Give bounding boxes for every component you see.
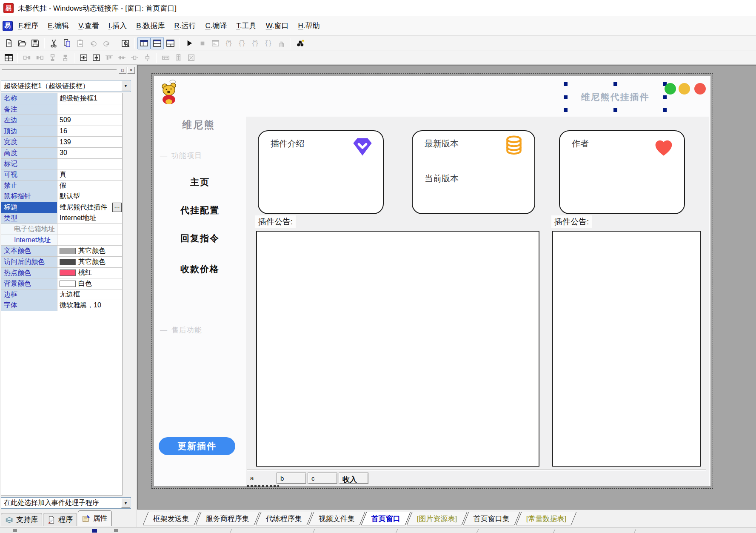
property-row-11[interactable]: 类型Internet地址 [1,213,122,224]
status-dot-2[interactable] [694,83,706,95]
attach-left-icon[interactable] [20,52,33,63]
find-book-icon[interactable] [119,37,132,49]
open-folder-icon[interactable] [15,37,29,49]
undo-icon[interactable] [100,37,113,49]
section-label-aftersale[interactable]: —售后功能 [160,325,202,335]
property-value[interactable]: 真 [57,169,122,180]
property-row-1[interactable]: 备注 [1,104,122,115]
property-value[interactable]: 无边框 [57,289,122,300]
status-dot-1[interactable] [679,83,690,95]
document-tab-4[interactable]: 首页窗口 [361,512,411,525]
stop-icon[interactable] [196,37,209,49]
pause-hand-icon[interactable] [275,37,288,49]
property-value[interactable]: 桃红 [57,268,122,278]
panel-grip[interactable] [2,69,117,71]
attach-right-icon[interactable] [33,52,46,63]
property-value[interactable] [57,159,122,169]
same-width-icon[interactable] [159,52,172,63]
document-tab-1[interactable]: 服务商程序集 [196,512,260,525]
menu-item-e[interactable]: E.编辑 [43,19,74,33]
property-row-17[interactable]: 背景颜色白色 [1,278,122,289]
save-icon[interactable] [29,37,42,49]
menu-item-r[interactable]: R.运行 [169,19,200,33]
panel-float-button[interactable]: □ [119,67,126,74]
object-selector-dropdown[interactable]: 超级链接框1（超级链接框） ▼ [1,80,131,92]
announcement-box-right[interactable] [552,231,701,467]
announcement-label-right[interactable]: 插件公告: [551,215,592,228]
property-value[interactable]: 509 [57,115,122,126]
property-row-9[interactable]: 鼠标指针默认型 [1,191,122,202]
menu-item-t[interactable]: T.工具 [231,19,261,33]
new-file-icon[interactable] [2,37,15,49]
chevron-down-icon[interactable]: ▼ [121,81,130,91]
step-over-icon[interactable]: { } [235,37,248,49]
property-row-0[interactable]: 名称超级链接框1 [1,93,122,104]
windows-grid-icon[interactable] [2,52,15,63]
property-value[interactable]: 白色 [57,278,122,289]
property-row-16[interactable]: 热点颜色桃红 [1,268,122,279]
card-0[interactable]: 插件介绍 [258,130,384,214]
property-row-18[interactable]: 边框无边框 [1,289,122,301]
debug-window-icon[interactable] [209,37,222,49]
property-row-5[interactable]: 高度30 [1,148,122,159]
property-value[interactable] [57,224,122,235]
property-row-19[interactable]: 字体微软雅黑，10 [1,300,122,311]
card-1[interactable]: 最新版本当前版本 [412,130,535,214]
form-nav-item-2[interactable]: 回复指令 [163,232,237,244]
space-down-icon[interactable] [141,52,154,63]
property-row-4[interactable]: 宽度139 [1,137,122,148]
panel-tab-inactive[interactable]: 支持库 [1,513,42,526]
align-middles-icon[interactable] [115,52,128,63]
property-value[interactable]: 其它颜色 [57,246,122,256]
selection-handle[interactable] [613,82,617,86]
property-value[interactable]: 微软雅黑，10 [57,300,122,311]
center-vertical-icon[interactable] [90,52,103,63]
property-value[interactable]: 16 [57,126,122,137]
panel-close-button[interactable]: × [127,67,135,74]
menu-item-w[interactable]: W.窗口 [261,19,294,33]
property-value[interactable] [57,235,122,246]
property-value[interactable] [57,104,122,115]
attach-top-icon[interactable] [46,52,59,63]
property-row-6[interactable]: 标记 [1,159,122,170]
form-nav-item-0[interactable]: 主页 [163,176,237,188]
menu-item-c[interactable]: C.编译 [200,19,231,33]
layout-columns-icon[interactable] [137,37,151,49]
status-dot-0[interactable] [665,83,676,95]
property-value[interactable]: 默认型 [57,191,122,202]
selected-hyperlink-control[interactable]: 维尼熊代挂插件 [566,84,665,110]
menu-item-b[interactable]: B.数据库 [131,19,169,33]
document-tab-2[interactable]: 代练程序集 [256,512,313,525]
selection-handle[interactable] [613,108,617,112]
selection-handle[interactable] [663,108,667,112]
attach-bottom-icon[interactable] [59,52,71,63]
menu-item-i[interactable]: I.插入 [104,19,131,33]
align-tops-icon[interactable] [103,52,115,63]
document-tab-5[interactable]: [图片资源表] [407,512,468,525]
card-2[interactable]: 作者 [559,130,685,214]
selection-handle[interactable] [564,108,568,112]
form-nav-item-1[interactable]: 代挂配置 [163,204,237,216]
document-tab-6[interactable]: 首页窗口集 [463,512,520,525]
space-across-icon[interactable] [128,52,141,63]
property-row-7[interactable]: 可视真 [1,169,122,181]
form-nav-item-3[interactable]: 收款价格 [163,263,237,275]
layout-rows-icon[interactable] [151,37,164,49]
property-value[interactable]: 维尼熊代挂插件… [57,202,122,213]
selection-handle[interactable] [564,82,568,86]
update-plugin-button[interactable]: 更新插件 [159,437,235,455]
property-value[interactable]: 假 [57,181,122,191]
form-mini-tab-0[interactable]: a [247,473,277,484]
property-value[interactable]: 139 [57,137,122,147]
property-row-2[interactable]: 左边509 [1,115,122,126]
redo-icon[interactable] [87,37,100,49]
pooh-bear-image[interactable] [159,79,180,105]
same-size-icon[interactable] [185,52,197,63]
center-horizontal-icon[interactable] [77,52,90,63]
document-tab-3[interactable]: 视频文件集 [308,512,365,525]
property-row-12[interactable]: 电子信箱地址 [1,224,122,235]
step-into-icon[interactable]: { } [222,37,235,49]
step-out-icon[interactable]: { } [248,37,262,49]
cut-icon[interactable] [47,37,60,49]
property-row-3[interactable]: 顶边16 [1,126,122,137]
